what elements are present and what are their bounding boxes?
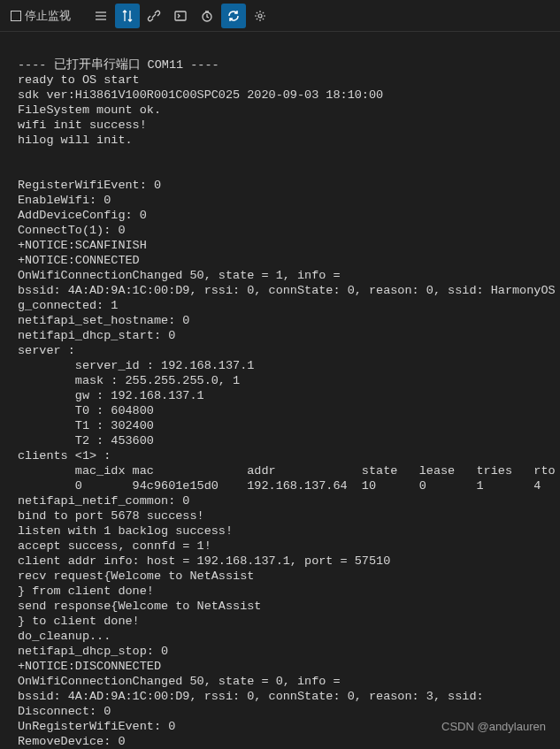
stop-label: 停止监视 (25, 8, 71, 24)
list-icon[interactable] (88, 4, 113, 28)
toolbar: 停止监视 (0, 0, 560, 32)
clock-icon[interactable] (195, 4, 219, 28)
svg-rect-3 (175, 11, 186, 20)
execute-icon[interactable] (168, 4, 193, 28)
stop-monitor-button[interactable]: 停止监视 (4, 4, 78, 27)
stop-icon (11, 11, 21, 21)
link-icon[interactable] (142, 4, 166, 28)
watermark: CSDN @andylauren (441, 720, 546, 733)
svg-point-5 (258, 14, 262, 18)
refresh-icon[interactable] (221, 4, 246, 28)
toggle-icon[interactable] (115, 4, 140, 28)
terminal-output[interactable]: ---- 已打开串行端口 COM11 ---- ready to OS star… (0, 32, 560, 749)
gear-icon[interactable] (248, 4, 272, 28)
